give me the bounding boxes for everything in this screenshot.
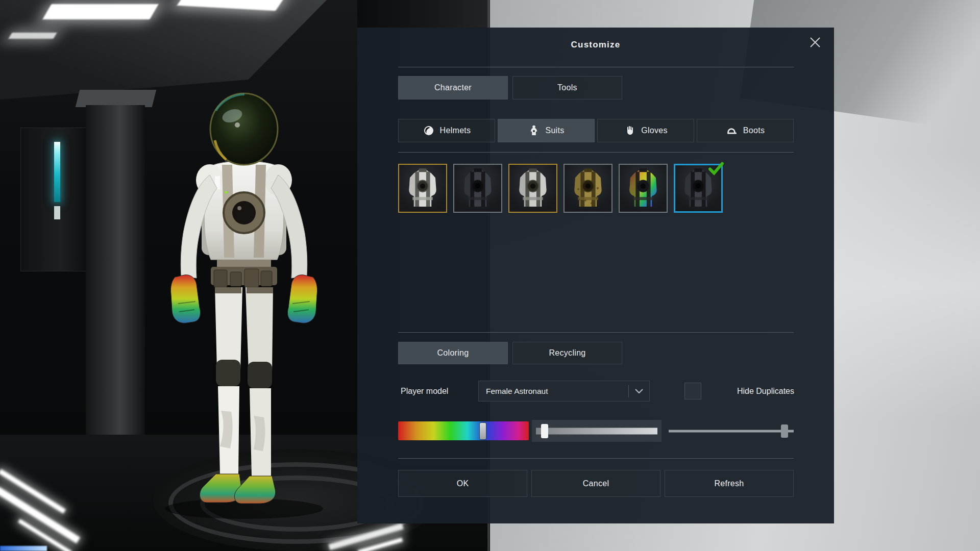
refresh-button[interactable]: Refresh xyxy=(665,470,794,497)
value-slider-track xyxy=(669,430,794,432)
customize-dialog: Customize CharacterTools HelmetsSuitsGlo… xyxy=(357,28,834,523)
suit-gold-thumbnail[interactable] xyxy=(564,164,612,213)
separator xyxy=(398,67,794,67)
suit-rainbow-thumbnail[interactable] xyxy=(619,164,668,213)
dialog-title: Customize xyxy=(357,40,834,50)
tab-label: Gloves xyxy=(641,126,668,135)
tab-tools[interactable]: Tools xyxy=(512,76,622,99)
ok-button[interactable]: OK xyxy=(398,470,527,497)
tab-gloves[interactable]: Gloves xyxy=(597,119,694,142)
hue-slider-handle[interactable] xyxy=(479,422,486,440)
hue-slider[interactable] xyxy=(398,420,529,442)
boot-icon xyxy=(726,124,738,137)
tab-label: Boots xyxy=(743,126,765,135)
slider-row xyxy=(357,420,834,442)
pillar xyxy=(86,105,145,440)
glove-icon xyxy=(624,124,636,137)
tab-boots[interactable]: Boots xyxy=(697,119,794,142)
tab-label: Suits xyxy=(545,126,564,135)
separator xyxy=(398,458,794,459)
hue-gradient-track xyxy=(398,421,529,440)
suit-dark-2-thumbnail[interactable] xyxy=(674,164,723,213)
value-slider[interactable] xyxy=(668,420,795,442)
dropdown-value: Female Astronaut xyxy=(486,387,548,396)
suit-dark-1-thumbnail[interactable] xyxy=(453,164,502,213)
suit-icon xyxy=(528,124,540,137)
main-tab-bar: CharacterTools xyxy=(398,76,622,99)
ceiling-light xyxy=(42,4,158,19)
suit-grid xyxy=(398,164,723,213)
game-screen: Customize CharacterTools HelmetsSuitsGlo… xyxy=(0,0,980,551)
saturation-slider[interactable] xyxy=(532,420,662,442)
footer-buttons: OKCancelRefresh xyxy=(398,470,794,497)
cancel-button[interactable]: Cancel xyxy=(531,470,660,497)
chevron-down-icon xyxy=(629,389,649,393)
tab-label: Helmets xyxy=(440,126,471,135)
separator xyxy=(398,152,794,153)
character-preview xyxy=(137,84,351,523)
tab-coloring[interactable]: Coloring xyxy=(398,342,508,364)
saturation-slider-handle[interactable] xyxy=(541,424,548,438)
hide-duplicates-label: Hide Duplicates xyxy=(720,381,794,402)
selected-check-icon xyxy=(708,160,724,179)
console-light xyxy=(54,206,60,219)
tab-helmets[interactable]: Helmets xyxy=(398,119,495,142)
tab-recycling[interactable]: Recycling xyxy=(512,342,622,364)
suit-light-1-thumbnail[interactable] xyxy=(398,164,447,213)
edge-light xyxy=(0,546,47,551)
value-slider-handle[interactable] xyxy=(781,424,788,438)
console-light xyxy=(54,142,60,202)
tab-suits[interactable]: Suits xyxy=(498,119,595,142)
player-model-label: Player model xyxy=(401,381,448,402)
helmet-icon xyxy=(423,124,435,137)
suit-light-2-thumbnail[interactable] xyxy=(508,164,557,213)
hide-duplicates-checkbox[interactable] xyxy=(684,383,701,399)
tab-character[interactable]: Character xyxy=(398,76,508,99)
category-tab-bar: HelmetsSuitsGlovesBoots xyxy=(398,119,794,142)
sub-tab-bar: ColoringRecycling xyxy=(398,342,622,364)
player-model-dropdown[interactable]: Female Astronaut xyxy=(478,381,650,402)
separator xyxy=(398,332,794,333)
saturation-slider-track xyxy=(536,428,657,434)
ceiling-light xyxy=(9,33,57,39)
